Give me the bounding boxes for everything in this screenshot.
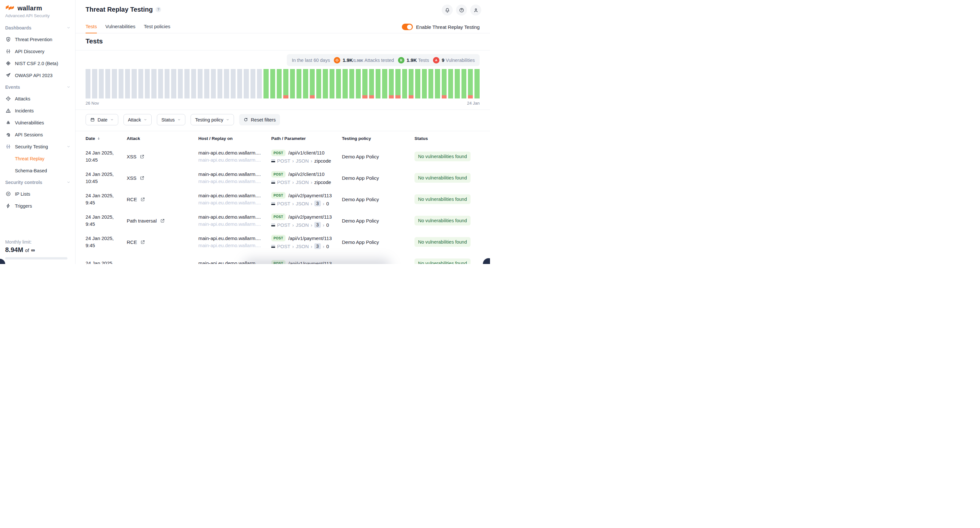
chat-bubble-partial[interactable] [0, 259, 5, 264]
chart-bar[interactable] [422, 69, 427, 98]
chart-bar[interactable] [277, 69, 282, 98]
chart-bar[interactable] [415, 69, 420, 98]
chart-bar[interactable] [250, 69, 255, 98]
sidebar-item-vulnerabilities[interactable]: Vulnerabilities [5, 117, 71, 128]
chart-bar[interactable] [303, 69, 308, 98]
filter-attack[interactable]: Attack [124, 114, 152, 125]
sidebar-item-threat-replay[interactable]: Threat Replay [5, 152, 71, 165]
endpoint-path[interactable]: /api/v1/client/110 [288, 150, 325, 155]
sidebar-item-incidents[interactable]: Incidents [5, 105, 71, 117]
chart-bar[interactable] [125, 69, 130, 98]
host-name[interactable]: main-api.eu.demo.wallarm.... [198, 214, 271, 220]
sidebar-item-nist-csf-2-0-beta[interactable]: NIST CSF 2.0 (Beta) [5, 57, 71, 69]
chart-bar[interactable] [296, 69, 301, 98]
table-row[interactable]: 24 Jan 2025 main-api.eu.demo.wallarm....… [86, 253, 480, 264]
external-link-icon[interactable] [140, 197, 145, 202]
column-header-path-parameter[interactable]: Path / Parameter [271, 136, 342, 141]
chart-bar[interactable] [158, 69, 163, 98]
chart-bar[interactable] [375, 69, 380, 98]
enable-threat-replay-toggle[interactable] [402, 24, 413, 30]
chart-bar[interactable] [323, 69, 328, 98]
chart-bar[interactable] [99, 69, 104, 98]
chart-bar[interactable] [178, 69, 183, 98]
chart-bar[interactable] [442, 69, 447, 98]
table-row[interactable]: 24 Jan 2025,9:45 Path traversal main-api… [86, 210, 480, 231]
chart-bar[interactable] [138, 69, 143, 98]
chart-bar[interactable] [382, 69, 387, 98]
reset-filters-button[interactable]: Reset filters [239, 114, 280, 125]
chart-bar[interactable] [402, 69, 407, 98]
chart-bar[interactable] [283, 69, 288, 98]
tab-test-policies[interactable]: Test policies [144, 24, 170, 33]
notifications-button[interactable] [442, 5, 453, 16]
sidebar-section-security-controls[interactable]: Security controls [5, 176, 71, 188]
chart-bar[interactable] [474, 69, 479, 98]
table-row[interactable]: 24 Jan 2025,10:45 XSS main-api.eu.demo.w… [86, 167, 480, 189]
table-row[interactable]: 24 Jan 2025,9:45 RCE main-api.eu.demo.wa… [86, 189, 480, 210]
chart-bar[interactable] [455, 69, 460, 98]
filter-status[interactable]: Status [157, 114, 185, 125]
chart-bar[interactable] [165, 69, 170, 98]
chart-bar[interactable] [119, 69, 124, 98]
chart-bar[interactable] [224, 69, 229, 98]
chart-bar[interactable] [316, 69, 321, 98]
replay-host-name[interactable]: main-api.eu.demo.wallarm.... [198, 220, 271, 228]
endpoint-path[interactable]: /api/v2/payment/113 [288, 193, 332, 198]
column-header-testing-policy[interactable]: Testing policy [342, 136, 415, 141]
chart-bar[interactable] [105, 69, 110, 98]
column-header-date[interactable]: Date [86, 136, 127, 141]
table-row[interactable]: 24 Jan 2025,10:45 XSS main-api.eu.demo.w… [86, 146, 480, 167]
filter-testing-policy[interactable]: Testing policy [191, 114, 234, 125]
chart-bar[interactable] [468, 69, 473, 98]
chart-bar[interactable] [389, 69, 394, 98]
sidebar-item-attacks[interactable]: Attacks [5, 93, 71, 105]
chart-bar[interactable] [211, 69, 216, 98]
chart-bar[interactable] [237, 69, 242, 98]
endpoint-path[interactable]: /api/v1/payment/113 [288, 261, 332, 264]
chart-bar[interactable] [185, 69, 189, 98]
chart-bar[interactable] [145, 69, 150, 98]
sidebar-item-triggers[interactable]: Triggers [5, 200, 71, 212]
chart-bar[interactable] [198, 69, 202, 98]
replay-host-name[interactable]: main-api.eu.demo.wallarm.... [198, 199, 271, 206]
chart-bar[interactable] [151, 69, 156, 98]
chart-bar[interactable] [244, 69, 248, 98]
chart-bar[interactable] [448, 69, 453, 98]
host-name[interactable]: main-api.eu.demo.wallarm.... [198, 235, 271, 242]
chart-bar[interactable] [270, 69, 275, 98]
chart-bar[interactable] [86, 69, 91, 98]
chart-bar[interactable] [112, 69, 117, 98]
chart-bar[interactable] [336, 69, 341, 98]
chart-bar[interactable] [409, 69, 414, 98]
sidebar-item-schema-based[interactable]: Schema-Based [5, 165, 71, 176]
chart-bar[interactable] [428, 69, 433, 98]
chart-bar[interactable] [329, 69, 334, 98]
host-name[interactable]: main-api.eu.demo.wallarm.... [198, 192, 271, 199]
chart-bar[interactable] [218, 69, 222, 98]
column-header-host-replay-on[interactable]: Host / Replay on [198, 136, 271, 141]
chart-bar[interactable] [395, 69, 400, 98]
chart-bar[interactable] [435, 69, 440, 98]
tab-tests[interactable]: Tests [86, 24, 97, 33]
chart-bar[interactable] [231, 69, 235, 98]
endpoint-path[interactable]: /api/v2/client/110 [288, 171, 325, 177]
external-link-icon[interactable] [140, 176, 145, 181]
chart-bar[interactable] [257, 69, 262, 98]
chart-bar[interactable] [132, 69, 137, 98]
sidebar-item-api-sessions[interactable]: API Sessions [5, 128, 71, 141]
sidebar-item-security-testing[interactable]: Security Testing [5, 141, 71, 152]
chart-bar[interactable] [369, 69, 374, 98]
external-link-icon[interactable] [140, 240, 145, 244]
tab-vulnerabilities[interactable]: Vulnerabilities [105, 24, 135, 33]
chart-bar[interactable] [310, 69, 315, 98]
host-name[interactable]: main-api.eu.demo.wallarm.... [198, 260, 271, 264]
host-name[interactable]: main-api.eu.demo.wallarm.... [198, 149, 271, 157]
chart-bar[interactable] [171, 69, 176, 98]
filter-date[interactable]: Date [86, 114, 118, 125]
chart-bar[interactable] [264, 69, 268, 98]
sidebar-item-ip-lists[interactable]: IPIP Lists [5, 188, 71, 200]
external-link-icon[interactable] [140, 154, 145, 159]
chart-bar[interactable] [290, 69, 295, 98]
host-name[interactable]: main-api.eu.demo.wallarm.... [198, 171, 271, 178]
title-help-icon[interactable]: ? [156, 7, 161, 12]
